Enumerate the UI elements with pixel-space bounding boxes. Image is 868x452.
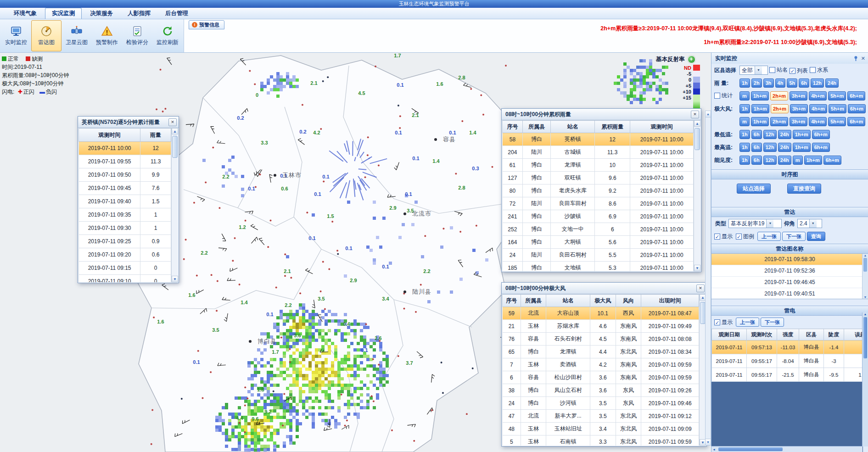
table-row[interactable]: 2019-07-11 09:351 [79,208,171,222]
list-scrollbar[interactable]: ▲▼ [862,254,868,299]
table-row[interactable]: 2019-07-11 09:250.9 [79,235,171,248]
legend-add-button[interactable]: + [688,56,695,63]
period-button-6h[interactable]: 6h [751,156,762,165]
scroll-thumb[interactable] [172,136,178,158]
table-row[interactable]: 2019-07-11 09:150 [79,262,171,275]
table-row[interactable]: 24博白沙河镇3.5东风2019-07-11 09:46 [503,397,699,410]
radar-prev-button[interactable]: 上一张 [757,232,781,241]
period-button-4hplusm[interactable]: 4h+m [809,91,827,100]
table-row[interactable]: 241博白沙陂镇6.92019-07-11 10:00 [503,210,694,223]
period-button-m[interactable]: m [739,117,750,126]
period-button-1hplusm[interactable]: 1h+m [793,143,811,152]
period-button-6h[interactable]: 6h [751,130,762,139]
table-row[interactable]: 204陆川古城镇11.32019-07-11 10:00 [503,146,694,159]
radar-image-item[interactable]: 2019-07-11 09:46:45 [711,277,868,288]
district-select[interactable]: 全部 ▼ [739,66,768,75]
period-button-24h[interactable]: 24h [778,143,791,152]
radar-legend-checkbox[interactable]: ✓ 图例 [736,233,754,240]
dialog-titlebar[interactable]: 08时~10时00分钟累积雨量 ✕ [502,109,701,120]
period-button-6hplusm[interactable]: 6h+m [823,156,841,165]
table-row[interactable]: 76容县石头石剑村4.5东南风2019-07-11 08:08 [503,333,699,346]
realtime-monitor-button[interactable]: 实时监控 [1,20,31,51]
table-row[interactable]: 185博白文地镇5.32019-07-11 10:00 [503,262,694,272]
scroll-left-button[interactable]: ◄ [711,448,717,451]
period-button-3hplusm[interactable]: 3h+m [790,91,807,100]
scroll-down-button[interactable]: ▼ [172,276,178,282]
period-button-6hplusm[interactable]: 6h+m [812,143,830,152]
dialog-titlebar[interactable]: 08时~10时00分钟极大风 ✕ [502,283,706,294]
period-button-3hplusm[interactable]: 3h+m [790,104,808,113]
monitor-refresh-button[interactable]: 监控刷新 [152,20,183,51]
period-button-6hplusm[interactable]: 6h+m [812,130,830,139]
period-button-2h[interactable]: 2h [751,78,762,88]
period-button-1h[interactable]: 1h [739,130,750,139]
tab-admin[interactable]: 后台管理 [159,8,195,19]
tab-weather-mod[interactable]: 人影指挥 [121,8,157,19]
table-row[interactable]: 80博白老虎头水库9.22019-07-11 10:00 [503,184,694,197]
period-button-m[interactable]: m [793,156,803,165]
period-button-3hplusm[interactable]: 3h+m [790,117,807,126]
radar-next-button[interactable]: 下一张 [782,232,806,241]
table-row[interactable]: 38博白凤山立石村3.6东风2019-07-11 09:26 [503,384,699,397]
period-button-24h[interactable]: 24h [825,78,839,88]
period-button-6hplusm[interactable]: 6h+m [848,104,866,113]
period-button-1hplusm[interactable]: 1h+m [751,91,769,100]
tab-live-monitor[interactable]: 实况监测 [45,8,82,19]
close-icon[interactable]: ✕ [691,111,699,118]
period-button-6hplusm[interactable]: 6h+m [847,117,865,126]
scroll-up-button[interactable]: ▲ [864,312,867,316]
period-button-6h[interactable]: 6h [751,143,762,152]
table-row[interactable]: 164博白大垌镇5.62019-07-11 10:00 [503,236,694,249]
lightning-prev-button[interactable]: 上一张 [736,318,759,327]
lightning-show-checkbox[interactable]: ✓ 显示 [714,318,733,326]
table-row[interactable]: 2019-07-11 10:0012 [79,142,171,155]
period-button-2hplusm[interactable]: 2h+m [770,91,788,100]
period-button-4hplusm[interactable]: 4h+m [809,117,827,126]
period-button-1hplusm[interactable]: 1h+m [793,130,811,139]
period-button-5hplusm[interactable]: 5h+m [829,104,846,113]
table-row[interactable]: 61博白龙潭镇102019-07-11 10:00 [503,159,694,172]
close-icon[interactable]: ✕ [696,285,705,292]
warning-create-button[interactable]: 预警制作 [92,20,122,51]
period-button-24h[interactable]: 24h [778,130,791,139]
table-row[interactable]: 58博白英桥镇122019-07-11 10:00 [503,133,694,146]
period-button-2hplusm[interactable]: 2h+m [771,104,789,113]
radar-chart-button[interactable]: 雷达图 [31,20,62,51]
table-row[interactable]: 2019-07-11 09:5511.3 [79,155,171,168]
period-button-12h[interactable]: 12h [763,143,777,152]
period-button-1h[interactable]: 1h [739,143,750,152]
period-button-4h[interactable]: 4h [775,78,786,88]
scroll-thumb[interactable] [863,258,867,272]
period-button-3h[interactable]: 3h [763,78,774,88]
statistics-checkbox[interactable]: 统计 [714,92,733,100]
dialog-titlebar[interactable]: 英桥镇(N5702)逐5分钟累计雨量 ✕ [78,117,179,128]
dialog-scrollbar[interactable]: ▲ ▼ [171,128,178,282]
scroll-down-button[interactable]: ▼ [864,296,867,299]
direct-query-button[interactable]: 直接查询 [787,184,821,194]
radar-show-checkbox[interactable]: ✓ 显示 [714,233,733,240]
dialog-scrollbar[interactable]: ▲ ▼ [694,120,700,271]
period-button-5hplusm[interactable]: 5h+m [828,117,846,126]
period-button-12h[interactable]: 12h [811,78,824,88]
close-icon[interactable]: ✕ [168,118,177,126]
period-button-12h[interactable]: 12h [763,130,777,139]
checkbox-box[interactable]: ✓ [736,234,742,240]
period-button-4hplusm[interactable]: 4h+m [809,104,827,113]
scroll-thumb[interactable] [863,317,867,358]
station-name-checkbox[interactable]: 站名 [769,66,788,74]
panel-close-icon[interactable]: ✕ [861,56,865,61]
checkbox-box[interactable]: ✓ [790,68,795,74]
station-select-button[interactable]: 站点选择 [737,184,771,194]
table-row[interactable]: 2019-07-11 09:457.6 [79,182,171,195]
radar-type-select[interactable]: 基本反射率19 ▼ [728,219,782,228]
period-button-12h[interactable]: 12h [763,156,777,165]
table-row[interactable]: 21玉林苏烟水库4.6东南风2019-07-11 09:49 [503,320,699,333]
period-button-5h[interactable]: 5h [787,78,797,88]
table-row[interactable]: 65博白龙潭镇4.4东北风2019-07-11 08:34 [503,346,699,358]
checkbox-box[interactable] [714,93,720,99]
radar-image-item[interactable]: 2019-07-11 09:40:51 [711,288,868,300]
table-row[interactable]: 59北流大容山顶10.1西风2019-07-11 08:47 [503,307,699,320]
map-panel-scrollbar[interactable]: ▲ ▼ [705,111,711,446]
radar-query-button[interactable]: 查询 [807,232,825,241]
period-button-1h[interactable]: 1h [739,104,750,113]
